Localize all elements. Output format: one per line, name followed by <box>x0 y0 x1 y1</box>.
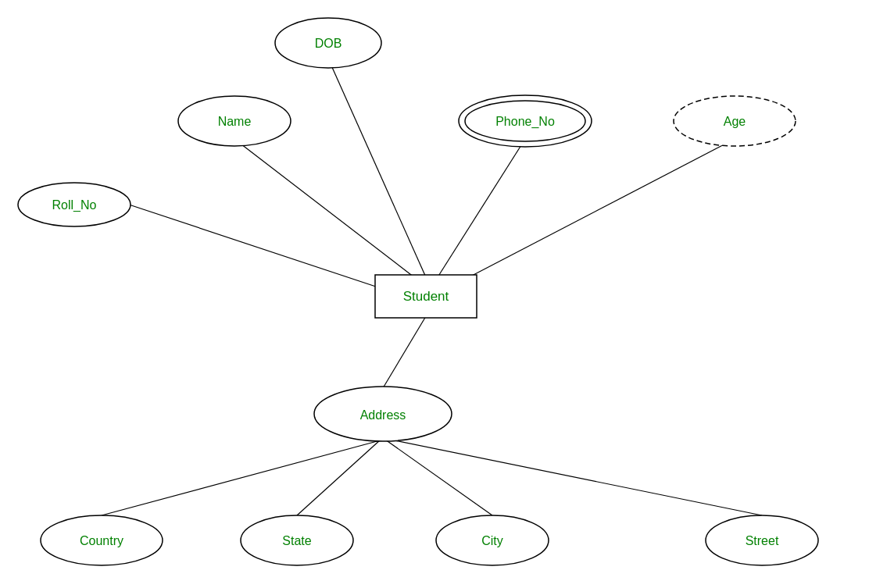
street-label: Street <box>746 534 779 547</box>
address-label: Address <box>360 408 406 422</box>
line-address-street <box>391 440 762 515</box>
dob-label: DOB <box>315 37 342 50</box>
state-label: State <box>282 534 311 547</box>
student-label: Student <box>403 289 449 304</box>
rollno-label: Roll_No <box>52 198 97 212</box>
line-address-state <box>297 440 381 515</box>
line-student-rollno <box>129 205 383 289</box>
name-label: Name <box>218 115 252 128</box>
line-student-phoneno <box>438 139 525 277</box>
city-label: City <box>481 534 503 547</box>
age-label: Age <box>724 115 746 128</box>
phoneno-label: Phone_No <box>495 115 555 129</box>
line-address-city <box>385 440 492 515</box>
country-label: Country <box>80 534 123 547</box>
line-address-country <box>102 440 383 515</box>
line-student-age <box>469 139 735 277</box>
line-student-name <box>234 139 414 277</box>
line-student-dob <box>328 59 426 277</box>
line-student-address <box>383 316 426 388</box>
